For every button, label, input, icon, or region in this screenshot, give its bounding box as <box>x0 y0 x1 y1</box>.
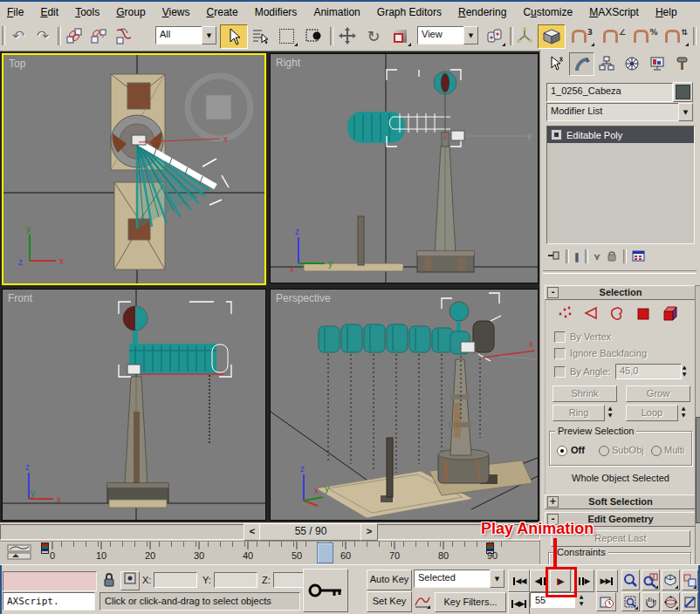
absolute-offset-mode-icon[interactable] <box>120 571 140 590</box>
element-subobject-icon[interactable] <box>662 306 679 323</box>
menu-edit[interactable]: Edit <box>33 3 65 18</box>
spinner-snap-icon[interactable]: ⇅ <box>663 24 690 47</box>
redo-icon[interactable]: ↷ <box>31 24 54 47</box>
modifier-stack[interactable]: Editable Poly <box>546 126 695 244</box>
go-to-start-button[interactable]: ◀◀ <box>508 570 530 592</box>
key-filters-button[interactable]: Key Filters... <box>435 592 506 612</box>
tab-utilities[interactable] <box>670 52 694 74</box>
select-object-icon[interactable] <box>220 24 248 49</box>
collapse-icon[interactable]: - <box>547 287 559 298</box>
zoom-extents-icon[interactable] <box>662 570 680 590</box>
edge-subobject-icon[interactable] <box>584 306 599 323</box>
time-configuration-icon[interactable] <box>596 592 616 611</box>
vertex-subobject-icon[interactable] <box>558 306 573 323</box>
tab-hierarchy[interactable] <box>594 52 618 74</box>
set-keys-button[interactable] <box>303 569 348 612</box>
menu-file[interactable]: File <box>0 3 31 18</box>
time-slider-handle[interactable] <box>317 542 333 563</box>
select-and-rotate-icon[interactable]: ↻ <box>361 24 386 47</box>
selection-filter-combo[interactable]: All ▼ <box>155 26 216 44</box>
reference-coordinate-combo[interactable]: View ▼ <box>417 26 478 44</box>
preview-multi-radio[interactable] <box>651 446 662 456</box>
frame-indicator[interactable]: 55 / 90 <box>259 523 362 541</box>
maxscript-mini-listener-pink[interactable] <box>3 571 97 591</box>
reference-coordinate-value[interactable]: View <box>417 26 465 44</box>
frame-spinner[interactable]: ▲▼ <box>576 593 587 607</box>
z-coord-field[interactable] <box>273 572 305 588</box>
x-coord-field[interactable] <box>154 572 197 588</box>
track-bar[interactable]: 0 10 20 30 40 50 60 70 80 90 <box>0 541 539 565</box>
pin-stack-icon[interactable] <box>546 249 560 263</box>
polygon-subobject-icon[interactable] <box>636 306 651 323</box>
loop-spinner[interactable]: ▲▼ <box>678 405 689 419</box>
tab-create[interactable] <box>544 52 567 74</box>
selection-filter-value[interactable]: All <box>155 26 203 44</box>
expand-icon[interactable]: + <box>547 496 559 508</box>
key-filter-selection-combo[interactable]: Selected ▼ <box>414 570 504 588</box>
menu-modifiers[interactable]: Modifiers <box>248 3 305 18</box>
viewport-perspective[interactable]: x z x y Perspective <box>270 289 539 521</box>
tab-modify[interactable] <box>569 52 594 76</box>
auto-key-button[interactable]: Auto Key <box>367 570 412 590</box>
zoom-all-icon[interactable] <box>642 570 660 590</box>
undo-icon[interactable]: ↶ <box>7 24 30 47</box>
viewport-right[interactable]: y <box>270 53 539 283</box>
set-key-button[interactable]: Set Key <box>367 591 412 612</box>
use-pivot-point-center-icon[interactable] <box>482 24 506 47</box>
angle-snap-icon[interactable]: ∠ <box>600 24 628 47</box>
snaps-cube-toggle-icon[interactable] <box>538 24 566 49</box>
key-mode-toggle-button[interactable]: ◀▶ <box>508 592 530 614</box>
show-end-result-icon[interactable]: ‖ <box>574 251 580 263</box>
configure-modifier-sets-icon[interactable] <box>632 249 646 264</box>
default-tangent-icon[interactable] <box>414 592 431 610</box>
make-unique-icon[interactable]: ⋎ <box>594 251 601 263</box>
object-color-swatch[interactable] <box>673 82 693 102</box>
tab-motion[interactable] <box>620 52 643 74</box>
next-frame-arrow[interactable]: > <box>360 523 378 541</box>
object-name-field[interactable]: 1_0256_Cabeza <box>546 83 673 102</box>
pan-hand-icon[interactable] <box>642 592 660 611</box>
mini-curve-editor-icon[interactable] <box>7 544 31 562</box>
by-angle-spinner[interactable]: ▲▼ <box>679 364 690 378</box>
unlink-selection-icon[interactable] <box>87 24 110 47</box>
region-zoom-icon[interactable] <box>621 592 640 611</box>
menu-graph-editors[interactable]: Graph Editors <box>370 3 449 18</box>
key-filter-selection-value[interactable]: Selected <box>414 570 491 588</box>
panel-scrollbar-thumb[interactable] <box>696 417 700 523</box>
arc-rotate-icon[interactable] <box>662 592 680 611</box>
shrink-button[interactable]: Shrink <box>552 385 617 402</box>
viewport-top[interactable]: x y x z Top <box>2 53 266 285</box>
by-vertex-checkbox[interactable] <box>554 331 566 343</box>
window-crossing-icon[interactable] <box>300 24 326 47</box>
snaps-toggle-3d-icon[interactable]: 3 <box>569 24 595 47</box>
modifier-stack-item-editable-poly[interactable]: Editable Poly <box>547 126 694 143</box>
rectangular-selection-region-icon[interactable] <box>274 24 299 47</box>
modifier-list-value[interactable]: Modifier List <box>546 103 680 121</box>
previous-frame-arrow[interactable]: < <box>244 523 261 541</box>
select-and-scale-icon[interactable] <box>388 24 412 47</box>
bind-to-space-warp-icon[interactable] <box>112 24 136 47</box>
grow-button[interactable]: Grow <box>626 385 690 402</box>
go-to-end-button[interactable]: ▶▶ <box>596 570 618 592</box>
toolbar-handle[interactable] <box>2 26 4 45</box>
menu-views[interactable]: Views <box>155 3 197 18</box>
menu-help[interactable]: Help <box>649 3 684 18</box>
by-angle-field[interactable]: 45,0 <box>615 364 682 379</box>
ring-button[interactable]: Ring <box>552 405 605 421</box>
preview-subobj-radio[interactable] <box>599 446 609 456</box>
tab-display[interactable] <box>645 52 669 74</box>
menu-group[interactable]: Group <box>109 3 152 18</box>
zoom-icon[interactable] <box>621 570 640 590</box>
menu-maxscript[interactable]: MAXScript <box>582 3 646 18</box>
selection-filter-dropdown-arrow[interactable]: ▼ <box>202 26 216 44</box>
percent-snap-icon[interactable]: % <box>632 24 660 47</box>
select-by-name-icon[interactable] <box>248 24 272 47</box>
by-angle-checkbox[interactable] <box>554 366 566 378</box>
rollout-selection-header[interactable]: - Selection <box>545 285 697 300</box>
modifier-list-combo[interactable]: Modifier List ▼ <box>546 103 693 121</box>
viewport-front[interactable]: z y x Front <box>2 289 266 521</box>
lock-selection-icon[interactable] <box>103 572 115 590</box>
ignore-backfacing-checkbox[interactable] <box>554 348 566 359</box>
panel-scrollbar[interactable] <box>695 285 700 570</box>
ring-spinner[interactable]: ▲▼ <box>605 405 615 419</box>
